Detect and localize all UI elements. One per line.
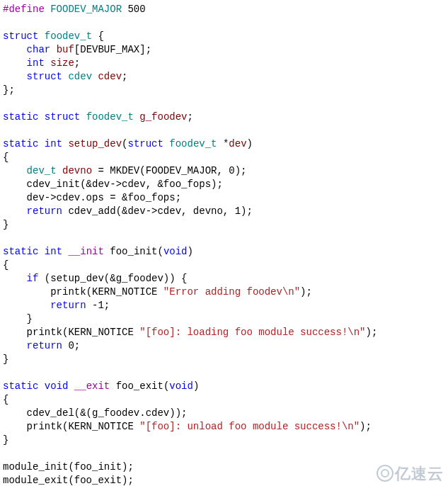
rparen: ) — [188, 246, 193, 257]
type-devt: dev_t — [27, 165, 57, 176]
rest: (setup_dev(&g_foodev)) { — [38, 273, 187, 284]
brace: } — [3, 219, 8, 230]
kw-return: return — [50, 300, 86, 311]
indent — [3, 407, 27, 419]
id-devno: devno — [62, 165, 92, 176]
brace: } — [3, 354, 8, 365]
brace: { — [3, 152, 8, 163]
indent — [3, 313, 27, 324]
rest: ; — [74, 57, 80, 69]
kw-static: static — [3, 111, 38, 123]
close-struct: }; — [3, 84, 15, 96]
indent — [3, 300, 50, 311]
kw-int: int — [45, 138, 62, 149]
kw-struct: struct — [45, 111, 80, 123]
stmt: cdev_init(&dev->cdev, &foo_fops); — [27, 179, 223, 190]
indent — [3, 71, 27, 82]
rest: 0; — [62, 340, 80, 351]
arg-dev: dev — [229, 138, 246, 149]
id-buf: buf — [57, 44, 74, 55]
brace: } — [3, 434, 8, 446]
kw-return: return — [27, 205, 62, 217]
post: ); — [360, 421, 372, 432]
brace: { — [3, 394, 8, 405]
kw-static: static — [3, 138, 38, 149]
indent — [3, 165, 27, 176]
post: ); — [366, 327, 378, 338]
rparen: ) — [193, 380, 199, 392]
pre: printk(KERN_NOTICE — [27, 421, 140, 432]
indent — [3, 286, 50, 298]
fn-fooexit: foo_exit( — [110, 380, 169, 392]
post: ); — [300, 286, 312, 298]
id-gfoodev: g_foodev — [139, 111, 187, 123]
kw-static: static — [3, 246, 38, 257]
id-size: size — [50, 57, 74, 69]
pre: printk(KERN_NOTICE — [27, 327, 140, 338]
indent — [3, 340, 27, 351]
kw-static: static — [3, 380, 38, 392]
star: * — [217, 138, 229, 149]
kw-void: void — [169, 380, 193, 392]
type-foodev: foodev_t — [169, 138, 217, 149]
stmt: cdev_del(&(g_foodev.cdev)); — [27, 407, 188, 419]
macro-name: FOODEV_MAJOR — [50, 4, 122, 15]
indent — [3, 327, 27, 338]
indent — [3, 421, 27, 432]
kw-int: int — [27, 57, 45, 69]
indent — [3, 179, 27, 190]
indent — [3, 44, 27, 55]
kw-struct: struct — [3, 30, 38, 42]
code-block: #define FOODEV_MAJOR 500 struct foodev_t… — [3, 3, 445, 486]
indent — [3, 273, 27, 284]
type-foodev: foodev_t — [45, 30, 92, 42]
brace: { — [92, 30, 104, 42]
rest: -1; — [86, 300, 110, 311]
brace: { — [3, 259, 8, 271]
pre: printk(KERN_NOTICE — [50, 286, 163, 298]
attr-init: __init — [68, 246, 103, 257]
indent — [3, 205, 27, 217]
id-cdev: cdev — [98, 71, 122, 82]
module-exit: module_exit(foo_exit); — [3, 475, 134, 486]
type-cdev: cdev — [68, 71, 92, 82]
string-error: "Error adding foodev\n" — [163, 286, 300, 298]
rest: [DEVBUF_MAX]; — [74, 44, 151, 55]
rest: ; — [122, 71, 127, 82]
attr-exit: __exit — [74, 380, 110, 392]
indent — [3, 57, 27, 69]
kw-struct: struct — [127, 138, 163, 149]
kw-char: char — [27, 44, 51, 55]
rest: = MKDEV(FOODEV_MAJOR, 0); — [92, 165, 246, 176]
kw-return: return — [27, 340, 62, 351]
type-foodev: foodev_t — [86, 111, 134, 123]
module-init: module_init(foo_init); — [3, 461, 134, 473]
fn-setupdev: setup_dev — [68, 138, 122, 149]
kw-struct: struct — [27, 71, 62, 82]
brace: } — [27, 313, 33, 324]
string-load: "[foo]: loading foo module success!\n" — [139, 327, 365, 338]
macro-value: 500 — [127, 4, 145, 15]
kw-int: int — [45, 246, 62, 257]
string-unload: "[foo]: unload foo module success!\n" — [139, 421, 360, 432]
preproc-define: #define — [3, 4, 45, 15]
rest: cdev_add(&dev->cdev, devno, 1); — [62, 205, 253, 217]
kw-void: void — [163, 246, 188, 257]
rest: ; — [188, 111, 193, 123]
stmt: dev->cdev.ops = &foo_fops; — [27, 192, 181, 203]
kw-void: void — [45, 380, 69, 392]
kw-if: if — [27, 273, 39, 284]
fn-fooinit: foo_init( — [104, 246, 163, 257]
indent — [3, 192, 27, 203]
rparen: ) — [247, 138, 253, 149]
